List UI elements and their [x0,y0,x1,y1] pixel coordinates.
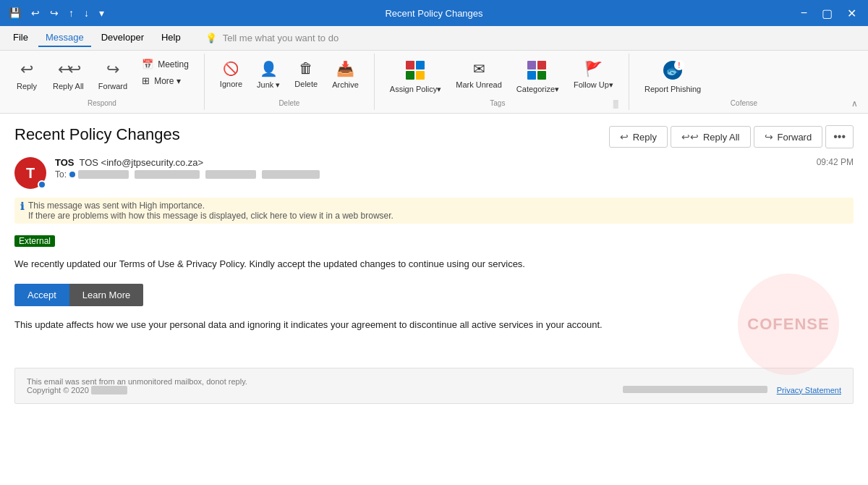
minimize-button[interactable]: − [795,4,813,23]
search-placeholder[interactable]: Tell me what you want to do [223,33,339,43]
info-icon: ℹ [20,201,24,212]
quick-access-toolbar: 💾 ↩ ↪ ↑ ↓ ▾ [6,6,107,20]
reply-button[interactable]: ↩ Reply [9,56,45,94]
recipient-blurred-2 [135,170,200,179]
up-icon[interactable]: ↑ [66,6,77,20]
undo-icon[interactable]: ↩ [28,6,43,20]
sender-avatar: T [14,157,46,189]
learn-more-button[interactable]: Learn More [69,284,143,306]
delete-group-label: Delete [213,98,365,110]
email-header-row: Recent Policy Changes ↩ Reply ↩↩ Reply A… [0,114,868,148]
tags-group-label: Tags [383,98,612,110]
meeting-label: Meeting [158,59,189,69]
menu-bar: File Message Developer Help 💡 Tell me wh… [0,26,868,51]
respond-group-label: Respond [9,98,195,110]
respond-buttons: ↩ Reply ↩↩ Reply All ↪ Forward 📅 Meeting [9,56,195,98]
maximize-button[interactable]: ▢ [816,4,838,23]
svg-rect-1 [416,61,425,69]
forward-label: Forward [98,82,127,90]
assign-policy-icon [405,60,427,82]
mark-unread-label: Mark Unread [456,80,502,89]
svg-rect-6 [527,71,536,80]
down-icon[interactable]: ↓ [81,6,92,20]
email-action-buttons: ↩ Reply ↩↩ Reply All ↪ Forward ••• [609,125,854,148]
reply-all-label: Reply All [53,82,84,90]
footer-unmonitored: This email was sent from an unmonitored … [27,377,247,386]
archive-icon: 📥 [336,60,354,77]
sender-email: info@jtpsecurity.co.za [106,157,197,168]
email-importance-notice[interactable]: ℹ This message was sent with High import… [14,198,854,224]
assign-policy-button[interactable]: Assign Policy▾ [383,56,448,98]
junk-button[interactable]: 👤 Junk ▾ [250,56,286,93]
forward-arrow-icon: ↪ [765,131,773,143]
junk-icon: 👤 [260,60,278,77]
email-subject: Recent Policy Changes [14,125,180,144]
window-controls: − ▢ ✕ [795,4,862,23]
recipient-blurred-1 [78,170,129,179]
cofense-buttons: 🐟 ! Report Phishing [638,56,707,97]
ribbon-collapse-icon[interactable]: ∧ [850,97,859,110]
follow-up-button[interactable]: 🚩 Follow Up▾ [567,56,620,93]
footer-text: This email was sent from an unmonitored … [27,377,247,395]
delete-buttons: 🚫 Ignore 👤 Junk ▾ 🗑 Delete 📥 Archive [213,56,365,98]
more-qat-icon[interactable]: ▾ [96,6,107,20]
svg-rect-2 [406,71,414,80]
more-label: More ▾ [154,76,181,86]
email-reply-label: Reply [633,132,657,143]
recipient-blurred-4 [262,170,320,179]
menu-developer[interactable]: Developer [94,29,151,47]
forward-icon: ↪ [106,60,119,79]
reply-all-icon: ↩↩ [58,60,78,79]
ribbon-groups: ↩ Reply ↩↩ Reply All ↪ Forward 📅 Meeting [0,54,868,110]
accept-button[interactable]: Accept [14,284,69,306]
categorize-button[interactable]: Categorize▾ [510,56,566,98]
reply-all-button[interactable]: ↩↩ Reply All [46,56,90,94]
ribbon: ↩ Reply ↩↩ Reply All ↪ Forward 📅 Meeting [0,51,868,114]
save-icon[interactable]: 💾 [6,6,24,20]
menu-message[interactable]: Message [38,29,91,47]
mark-unread-button[interactable]: ✉ Mark Unread [449,56,509,93]
archive-button[interactable]: 📥 Archive [326,56,365,93]
report-phishing-icon: 🐟 ! [660,60,686,82]
more-button[interactable]: ⊞ More ▾ [135,73,195,88]
redo-icon[interactable]: ↪ [47,6,61,20]
email-reply-button[interactable]: ↩ Reply [609,126,668,148]
tags-expand-icon[interactable]: ▒ [612,98,620,109]
menu-help[interactable]: Help [154,29,188,47]
ignore-button[interactable]: 🚫 Ignore [213,56,249,92]
email-cta-buttons: Accept Learn More [14,284,854,306]
menu-file[interactable]: File [6,29,35,47]
email-forward-button[interactable]: ↪ Forward [754,126,823,148]
delete-icon: 🗑 [299,60,313,77]
ignore-label: Ignore [220,80,242,88]
report-phishing-label: Report Phishing [644,85,701,93]
importance-line1: This message was sent with High importan… [28,201,393,211]
forward-button[interactable]: ↪ Forward [92,56,134,94]
email-reply-all-label: Reply All [703,132,740,143]
email-reply-all-button[interactable]: ↩↩ Reply All [671,126,751,148]
archive-label: Archive [332,80,359,89]
meeting-button[interactable]: 📅 Meeting [135,56,195,72]
recipient-dot [69,172,75,177]
email-more-button[interactable]: ••• [825,125,854,148]
svg-rect-3 [416,71,425,80]
avatar-letter: T [26,165,35,182]
meeting-icon: 📅 [142,59,153,69]
company-name-blurred [91,386,127,395]
ignore-icon: 🚫 [223,60,239,77]
footer-copyright: Copyright © 2020 [27,386,247,395]
title-bar: 💾 ↩ ↪ ↑ ↓ ▾ Recent Policy Changes − ▢ ✕ [0,0,868,26]
close-button[interactable]: ✕ [841,4,862,23]
reply-icon: ↩ [20,60,33,79]
report-phishing-button[interactable]: 🐟 ! Report Phishing [638,56,707,97]
delete-button[interactable]: 🗑 Delete [288,56,324,92]
lightbulb-icon: 💡 [205,33,217,43]
email-meta-info: TOS TOS <info@jtpsecurity.co.za> To: [55,157,808,180]
search-bar: 💡 Tell me what you want to do [205,33,862,43]
email-meta: T TOS TOS <info@jtpsecurity.co.za> To: [0,148,868,198]
privacy-statement-link[interactable]: Privacy Statement [777,386,841,395]
importance-line2: If there are problems with how this mess… [28,211,393,221]
footer-right: Privacy Statement [623,386,841,395]
email-body-paragraph1: We recently updated our Terms of Use & P… [14,257,854,272]
ribbon-group-delete: 🚫 Ignore 👤 Junk ▾ 🗑 Delete 📥 Archive De [205,54,375,110]
